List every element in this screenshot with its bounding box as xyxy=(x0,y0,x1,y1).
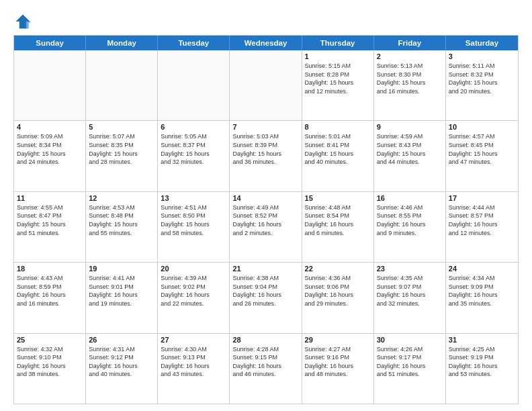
calendar-cell: 14Sunrise: 4:49 AM Sunset: 8:52 PM Dayli… xyxy=(230,192,302,262)
calendar-cell: 7Sunrise: 5:03 AM Sunset: 8:39 PM Daylig… xyxy=(230,121,302,191)
cell-info: Sunrise: 4:41 AM Sunset: 9:01 PM Dayligh… xyxy=(89,274,154,308)
calendar-row-1: 1Sunrise: 5:15 AM Sunset: 8:28 PM Daylig… xyxy=(14,50,518,120)
cell-info: Sunrise: 4:39 AM Sunset: 9:02 PM Dayligh… xyxy=(161,274,226,308)
day-number: 21 xyxy=(232,265,298,273)
calendar-row-5: 25Sunrise: 4:32 AM Sunset: 9:10 PM Dayli… xyxy=(14,333,518,404)
day-number: 24 xyxy=(449,265,515,273)
day-number: 23 xyxy=(377,265,443,273)
calendar-cell: 12Sunrise: 4:53 AM Sunset: 8:48 PM Dayli… xyxy=(86,192,158,262)
calendar-cell: 1Sunrise: 5:15 AM Sunset: 8:28 PM Daylig… xyxy=(302,50,374,120)
day-number: 8 xyxy=(305,123,371,131)
cell-info: Sunrise: 4:27 AM Sunset: 9:16 PM Dayligh… xyxy=(305,345,371,379)
calendar-cell: 13Sunrise: 4:51 AM Sunset: 8:50 PM Dayli… xyxy=(158,192,230,262)
cell-info: Sunrise: 4:51 AM Sunset: 8:50 PM Dayligh… xyxy=(161,203,226,237)
calendar-cell: 30Sunrise: 4:26 AM Sunset: 9:17 PM Dayli… xyxy=(374,334,446,404)
header-cell-wednesday: Wednesday xyxy=(230,36,302,50)
cell-info: Sunrise: 5:13 AM Sunset: 8:30 PM Dayligh… xyxy=(377,62,443,95)
cell-info: Sunrise: 4:46 AM Sunset: 8:55 PM Dayligh… xyxy=(377,203,443,237)
cell-info: Sunrise: 5:09 AM Sunset: 8:34 PM Dayligh… xyxy=(17,132,83,166)
calendar-cell: 4Sunrise: 5:09 AM Sunset: 8:34 PM Daylig… xyxy=(14,121,86,191)
cell-info: Sunrise: 4:43 AM Sunset: 8:59 PM Dayligh… xyxy=(17,274,83,308)
day-number: 11 xyxy=(17,194,83,202)
day-number: 7 xyxy=(232,123,298,131)
calendar-cell: 18Sunrise: 4:43 AM Sunset: 8:59 PM Dayli… xyxy=(14,263,86,332)
calendar-cell: 27Sunrise: 4:30 AM Sunset: 9:13 PM Dayli… xyxy=(158,334,230,404)
cell-info: Sunrise: 4:35 AM Sunset: 9:07 PM Dayligh… xyxy=(377,274,443,308)
day-number: 27 xyxy=(161,336,226,344)
day-number: 1 xyxy=(305,52,371,60)
day-number: 14 xyxy=(232,194,298,202)
calendar-cell: 26Sunrise: 4:31 AM Sunset: 9:12 PM Dayli… xyxy=(86,334,158,404)
calendar-cell: 22Sunrise: 4:36 AM Sunset: 9:06 PM Dayli… xyxy=(302,263,374,332)
day-number: 19 xyxy=(89,265,154,273)
calendar-row-4: 18Sunrise: 4:43 AM Sunset: 8:59 PM Dayli… xyxy=(14,262,518,332)
day-number: 17 xyxy=(449,194,515,202)
cell-info: Sunrise: 4:36 AM Sunset: 9:06 PM Dayligh… xyxy=(305,274,371,308)
calendar-cell: 28Sunrise: 4:28 AM Sunset: 9:15 PM Dayli… xyxy=(230,334,302,404)
day-number: 15 xyxy=(305,194,371,202)
cell-info: Sunrise: 5:15 AM Sunset: 8:28 PM Dayligh… xyxy=(305,62,371,95)
calendar-cell: 8Sunrise: 5:01 AM Sunset: 8:41 PM Daylig… xyxy=(302,121,374,191)
day-number: 25 xyxy=(17,336,83,344)
day-number: 10 xyxy=(449,123,515,131)
header-cell-sunday: Sunday xyxy=(14,36,86,50)
day-number: 18 xyxy=(17,265,83,273)
day-number: 30 xyxy=(377,336,443,344)
calendar-cell xyxy=(158,50,230,120)
cell-info: Sunrise: 4:30 AM Sunset: 9:13 PM Dayligh… xyxy=(161,345,226,379)
day-number: 31 xyxy=(449,336,515,344)
calendar-cell: 2Sunrise: 5:13 AM Sunset: 8:30 PM Daylig… xyxy=(374,50,446,120)
calendar-cell: 24Sunrise: 4:34 AM Sunset: 9:09 PM Dayli… xyxy=(446,263,518,332)
calendar-cell xyxy=(230,50,302,120)
day-number: 28 xyxy=(232,336,298,344)
day-number: 20 xyxy=(161,265,226,273)
calendar-cell: 19Sunrise: 4:41 AM Sunset: 9:01 PM Dayli… xyxy=(86,263,158,332)
calendar-cell: 6Sunrise: 5:05 AM Sunset: 8:37 PM Daylig… xyxy=(158,121,230,191)
cell-info: Sunrise: 4:38 AM Sunset: 9:04 PM Dayligh… xyxy=(232,274,298,308)
day-number: 13 xyxy=(161,194,226,202)
header-cell-thursday: Thursday xyxy=(302,36,374,50)
page: SundayMondayTuesdayWednesdayThursdayFrid… xyxy=(0,0,532,411)
calendar: SundayMondayTuesdayWednesdayThursdayFrid… xyxy=(13,35,519,404)
day-number: 4 xyxy=(17,123,83,131)
day-number: 16 xyxy=(377,194,443,202)
header-cell-monday: Monday xyxy=(86,36,158,50)
calendar-cell: 16Sunrise: 4:46 AM Sunset: 8:55 PM Dayli… xyxy=(374,192,446,262)
calendar-row-3: 11Sunrise: 4:55 AM Sunset: 8:47 PM Dayli… xyxy=(14,191,518,262)
header-cell-friday: Friday xyxy=(374,36,446,50)
calendar-cell: 29Sunrise: 4:27 AM Sunset: 9:16 PM Dayli… xyxy=(302,334,374,404)
cell-info: Sunrise: 4:55 AM Sunset: 8:47 PM Dayligh… xyxy=(17,203,83,237)
calendar-cell: 31Sunrise: 4:25 AM Sunset: 9:19 PM Dayli… xyxy=(446,334,518,404)
calendar-cell: 17Sunrise: 4:44 AM Sunset: 8:57 PM Dayli… xyxy=(446,192,518,262)
cell-info: Sunrise: 5:11 AM Sunset: 8:32 PM Dayligh… xyxy=(449,62,515,95)
calendar-cell: 11Sunrise: 4:55 AM Sunset: 8:47 PM Dayli… xyxy=(14,192,86,262)
day-number: 22 xyxy=(305,265,371,273)
calendar-cell: 21Sunrise: 4:38 AM Sunset: 9:04 PM Dayli… xyxy=(230,263,302,332)
cell-info: Sunrise: 4:25 AM Sunset: 9:19 PM Dayligh… xyxy=(449,345,515,379)
day-number: 29 xyxy=(305,336,371,344)
calendar-body: 1Sunrise: 5:15 AM Sunset: 8:28 PM Daylig… xyxy=(14,50,518,404)
cell-info: Sunrise: 4:26 AM Sunset: 9:17 PM Dayligh… xyxy=(377,345,443,379)
header-cell-tuesday: Tuesday xyxy=(158,36,230,50)
cell-info: Sunrise: 4:28 AM Sunset: 9:15 PM Dayligh… xyxy=(232,345,298,379)
day-number: 26 xyxy=(89,336,154,344)
calendar-cell: 20Sunrise: 4:39 AM Sunset: 9:02 PM Dayli… xyxy=(158,263,230,332)
calendar-cell: 9Sunrise: 4:59 AM Sunset: 8:43 PM Daylig… xyxy=(374,121,446,191)
day-number: 3 xyxy=(449,52,515,60)
cell-info: Sunrise: 4:53 AM Sunset: 8:48 PM Dayligh… xyxy=(89,203,154,237)
day-number: 5 xyxy=(89,123,154,131)
calendar-row-2: 4Sunrise: 5:09 AM Sunset: 8:34 PM Daylig… xyxy=(14,120,518,191)
cell-info: Sunrise: 4:44 AM Sunset: 8:57 PM Dayligh… xyxy=(449,203,515,237)
day-number: 2 xyxy=(377,52,443,60)
calendar-cell: 23Sunrise: 4:35 AM Sunset: 9:07 PM Dayli… xyxy=(374,263,446,332)
cell-info: Sunrise: 5:01 AM Sunset: 8:41 PM Dayligh… xyxy=(305,132,371,166)
logo-icon xyxy=(13,12,32,31)
header xyxy=(13,12,519,31)
calendar-cell: 15Sunrise: 4:48 AM Sunset: 8:54 PM Dayli… xyxy=(302,192,374,262)
calendar-cell: 25Sunrise: 4:32 AM Sunset: 9:10 PM Dayli… xyxy=(14,334,86,404)
cell-info: Sunrise: 4:49 AM Sunset: 8:52 PM Dayligh… xyxy=(232,203,298,237)
calendar-cell: 10Sunrise: 4:57 AM Sunset: 8:45 PM Dayli… xyxy=(446,121,518,191)
cell-info: Sunrise: 4:59 AM Sunset: 8:43 PM Dayligh… xyxy=(377,132,443,166)
calendar-cell: 3Sunrise: 5:11 AM Sunset: 8:32 PM Daylig… xyxy=(446,50,518,120)
day-number: 9 xyxy=(377,123,443,131)
